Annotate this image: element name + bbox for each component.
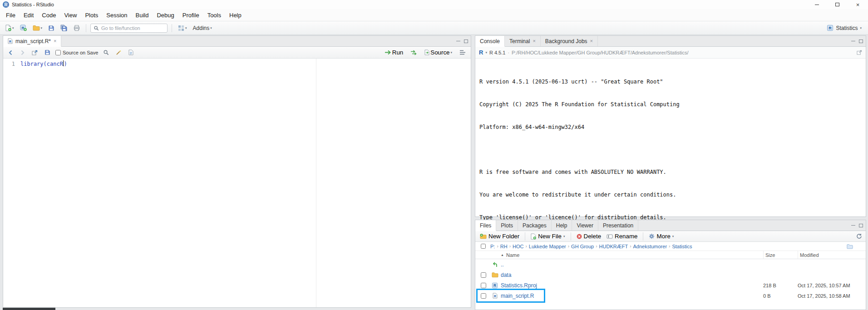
new-folder-icon bbox=[480, 233, 487, 239]
rename-button[interactable]: Rename bbox=[605, 232, 639, 241]
new-file-button[interactable]: ▾ bbox=[4, 23, 16, 33]
breadcrumb-item[interactable]: Statistics bbox=[672, 244, 692, 249]
run-button[interactable]: Run bbox=[383, 48, 405, 57]
code-line-1: 1 library(cancR) bbox=[3, 59, 471, 68]
find-replace-button[interactable] bbox=[101, 48, 111, 57]
refresh-icon[interactable] bbox=[856, 233, 862, 239]
minimize-pane-icon[interactable] bbox=[851, 225, 855, 226]
new-blank-file-button[interactable]: New File ▾ bbox=[529, 232, 567, 241]
select-all-checkbox[interactable] bbox=[481, 244, 486, 249]
tab-packages[interactable]: Packages bbox=[518, 220, 552, 231]
maximize-pane-icon[interactable] bbox=[859, 39, 863, 43]
close-tab-icon[interactable]: × bbox=[533, 39, 535, 44]
menu-code[interactable]: Code bbox=[38, 10, 60, 20]
menu-build[interactable]: Build bbox=[132, 10, 153, 20]
breadcrumb-item[interactable]: Adnekstumorer bbox=[633, 244, 667, 249]
tab-viewer[interactable]: Viewer bbox=[572, 220, 598, 231]
tab-terminal[interactable]: Terminal× bbox=[505, 36, 541, 46]
file-name[interactable]: Statistics.Rproj bbox=[501, 282, 763, 289]
goto-file-input[interactable] bbox=[101, 25, 160, 31]
chevron-down-icon: ▾ bbox=[185, 26, 187, 30]
save-all-button[interactable] bbox=[59, 23, 69, 33]
save-button[interactable] bbox=[46, 24, 56, 33]
breadcrumb-item[interactable]: HOC bbox=[513, 244, 523, 249]
open-file-button[interactable]: ▾ bbox=[31, 24, 44, 32]
addins-button[interactable]: Addins ▾ bbox=[191, 24, 214, 33]
tab-main-script[interactable]: R main_script.R* × bbox=[3, 36, 61, 47]
close-tab-icon[interactable]: × bbox=[590, 39, 593, 44]
menu-help[interactable]: Help bbox=[225, 10, 246, 20]
outline-icon bbox=[459, 50, 466, 55]
workspace: R main_script.R* × Source on Save bbox=[0, 35, 868, 310]
minimize-pane-icon[interactable] bbox=[456, 41, 460, 41]
save-document-button[interactable] bbox=[43, 48, 52, 57]
new-folder-button[interactable]: New Folder bbox=[478, 232, 521, 241]
file-name[interactable]: main_script.R bbox=[501, 293, 763, 299]
maximize-button[interactable] bbox=[827, 0, 848, 9]
menu-tools[interactable]: Tools bbox=[203, 10, 225, 20]
minimize-pane-icon[interactable] bbox=[851, 41, 855, 41]
menu-file[interactable]: File bbox=[2, 10, 20, 20]
search-icon bbox=[103, 49, 109, 55]
file-name[interactable]: data bbox=[501, 272, 763, 278]
more-button[interactable]: More ▾ bbox=[647, 232, 676, 241]
breadcrumb-item[interactable]: HUDKRÆFT bbox=[599, 244, 628, 249]
console-output-line: R version 4.5.1 (2025-06-13 ucrt) -- "Gr… bbox=[479, 78, 866, 86]
source-on-save-checkbox[interactable]: Source on Save bbox=[55, 50, 98, 55]
menu-plots[interactable]: Plots bbox=[81, 10, 102, 20]
tab-presentation[interactable]: Presentation bbox=[598, 220, 638, 231]
gear-icon bbox=[649, 233, 655, 239]
compile-report-button[interactable] bbox=[127, 48, 135, 57]
tab-files[interactable]: Files bbox=[475, 220, 496, 231]
maximize-pane-icon[interactable] bbox=[464, 39, 468, 43]
forward-button[interactable] bbox=[18, 49, 27, 57]
table-row-main-script[interactable]: R main_script.R 0 B Oct 17, 2025, 10:58 … bbox=[475, 290, 866, 301]
menu-view[interactable]: View bbox=[60, 10, 81, 20]
print-button[interactable] bbox=[72, 24, 82, 33]
go-to-directory-icon[interactable] bbox=[847, 244, 853, 249]
close-button[interactable]: × bbox=[848, 0, 868, 9]
tab-plots[interactable]: Plots bbox=[496, 220, 518, 231]
rerun-button[interactable] bbox=[409, 49, 419, 57]
breadcrumb-item[interactable]: P: bbox=[490, 244, 495, 249]
working-directory[interactable]: P:/RH/HOC/Lukkede Mapper/GH Group/HUDKRÆ… bbox=[512, 50, 688, 55]
tab-background-jobs[interactable]: Background Jobs× bbox=[541, 36, 598, 46]
table-row-rproj[interactable]: R Statistics.Rproj 218 B Oct 17, 2025, 1… bbox=[475, 280, 866, 290]
close-tab-icon[interactable]: × bbox=[54, 39, 56, 44]
table-row-data-folder[interactable]: data bbox=[475, 270, 866, 280]
column-name[interactable]: ▲Name bbox=[501, 252, 763, 258]
show-in-new-window-button[interactable] bbox=[30, 49, 39, 57]
column-modified[interactable]: Modified bbox=[798, 251, 866, 259]
file-name[interactable]: .. bbox=[501, 261, 763, 268]
magic-wand-icon bbox=[116, 49, 122, 55]
breadcrumb-item[interactable]: GH Group bbox=[571, 244, 594, 249]
row-checkbox[interactable] bbox=[481, 293, 486, 299]
row-checkbox[interactable] bbox=[481, 283, 486, 288]
table-row-parent-dir[interactable]: .. bbox=[475, 259, 866, 270]
document-outline-button[interactable] bbox=[458, 49, 468, 56]
menu-debug[interactable]: Debug bbox=[153, 10, 178, 20]
delete-button[interactable]: Delete bbox=[575, 232, 603, 241]
menu-session[interactable]: Session bbox=[102, 10, 131, 20]
tab-console[interactable]: Console bbox=[475, 36, 505, 47]
column-size[interactable]: Size bbox=[763, 251, 798, 259]
back-button[interactable] bbox=[6, 49, 15, 57]
new-project-button[interactable]: R bbox=[18, 23, 29, 33]
maximize-pane-icon[interactable] bbox=[859, 224, 863, 227]
minimize-button[interactable] bbox=[807, 0, 827, 9]
source-button[interactable]: Source ▾ bbox=[423, 48, 454, 57]
tab-help[interactable]: Help bbox=[552, 220, 572, 231]
breadcrumb-item[interactable]: RH bbox=[500, 244, 508, 249]
console-popout-icon[interactable] bbox=[857, 50, 862, 55]
menu-edit[interactable]: Edit bbox=[20, 10, 38, 20]
source-on-save-input[interactable] bbox=[55, 50, 61, 55]
project-selector[interactable]: R Statistics ▾ bbox=[824, 23, 864, 33]
pane-layout-button[interactable]: ▾ bbox=[176, 24, 189, 33]
code-editor[interactable]: 1 library(cancR) bbox=[3, 59, 471, 307]
breadcrumb-item[interactable]: Lukkede Mapper bbox=[529, 244, 566, 249]
r-logo-icon[interactable]: R bbox=[479, 49, 483, 56]
menu-profile[interactable]: Profile bbox=[178, 10, 203, 20]
row-checkbox[interactable] bbox=[481, 272, 486, 278]
files-table-header: ▲Name Size Modified bbox=[475, 251, 866, 259]
code-tools-button[interactable] bbox=[114, 48, 123, 57]
